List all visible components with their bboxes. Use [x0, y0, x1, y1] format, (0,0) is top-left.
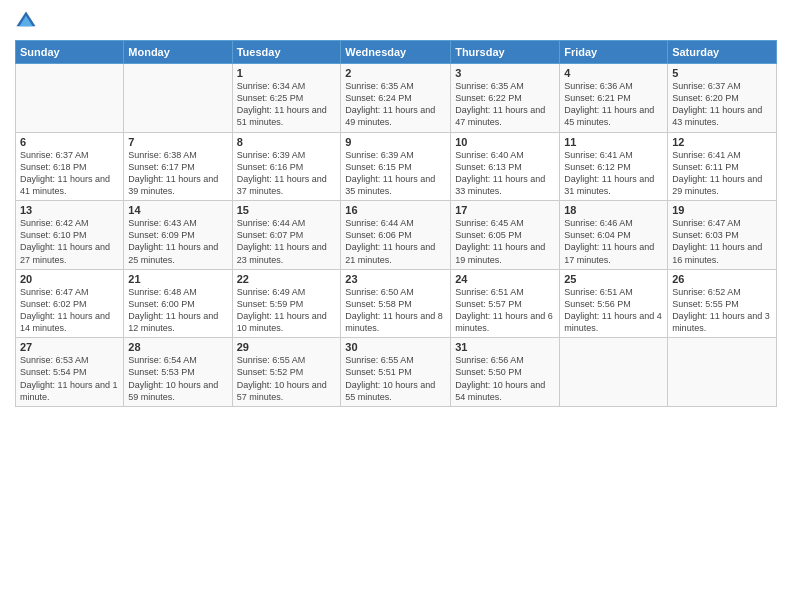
calendar-cell — [560, 338, 668, 407]
day-info: Sunrise: 6:39 AM Sunset: 6:16 PM Dayligh… — [237, 149, 337, 198]
calendar-cell: 6Sunrise: 6:37 AM Sunset: 6:18 PM Daylig… — [16, 132, 124, 201]
day-number: 30 — [345, 341, 446, 353]
day-info: Sunrise: 6:47 AM Sunset: 6:02 PM Dayligh… — [20, 286, 119, 335]
calendar-cell: 24Sunrise: 6:51 AM Sunset: 5:57 PM Dayli… — [451, 269, 560, 338]
day-header-saturday: Saturday — [668, 41, 777, 64]
day-info: Sunrise: 6:35 AM Sunset: 6:24 PM Dayligh… — [345, 80, 446, 129]
day-info: Sunrise: 6:35 AM Sunset: 6:22 PM Dayligh… — [455, 80, 555, 129]
calendar-cell: 30Sunrise: 6:55 AM Sunset: 5:51 PM Dayli… — [341, 338, 451, 407]
day-number: 28 — [128, 341, 227, 353]
calendar-week-5: 27Sunrise: 6:53 AM Sunset: 5:54 PM Dayli… — [16, 338, 777, 407]
calendar-cell: 25Sunrise: 6:51 AM Sunset: 5:56 PM Dayli… — [560, 269, 668, 338]
day-header-sunday: Sunday — [16, 41, 124, 64]
day-info: Sunrise: 6:34 AM Sunset: 6:25 PM Dayligh… — [237, 80, 337, 129]
calendar-cell: 15Sunrise: 6:44 AM Sunset: 6:07 PM Dayli… — [232, 201, 341, 270]
day-header-monday: Monday — [124, 41, 232, 64]
calendar: SundayMondayTuesdayWednesdayThursdayFrid… — [15, 40, 777, 407]
day-number: 10 — [455, 136, 555, 148]
day-info: Sunrise: 6:51 AM Sunset: 5:56 PM Dayligh… — [564, 286, 663, 335]
day-info: Sunrise: 6:41 AM Sunset: 6:11 PM Dayligh… — [672, 149, 772, 198]
calendar-cell: 19Sunrise: 6:47 AM Sunset: 6:03 PM Dayli… — [668, 201, 777, 270]
day-number: 29 — [237, 341, 337, 353]
day-number: 1 — [237, 67, 337, 79]
calendar-cell: 22Sunrise: 6:49 AM Sunset: 5:59 PM Dayli… — [232, 269, 341, 338]
day-info: Sunrise: 6:37 AM Sunset: 6:20 PM Dayligh… — [672, 80, 772, 129]
day-info: Sunrise: 6:49 AM Sunset: 5:59 PM Dayligh… — [237, 286, 337, 335]
day-info: Sunrise: 6:46 AM Sunset: 6:04 PM Dayligh… — [564, 217, 663, 266]
day-info: Sunrise: 6:51 AM Sunset: 5:57 PM Dayligh… — [455, 286, 555, 335]
calendar-week-1: 1Sunrise: 6:34 AM Sunset: 6:25 PM Daylig… — [16, 64, 777, 133]
calendar-cell: 28Sunrise: 6:54 AM Sunset: 5:53 PM Dayli… — [124, 338, 232, 407]
day-info: Sunrise: 6:43 AM Sunset: 6:09 PM Dayligh… — [128, 217, 227, 266]
day-number: 12 — [672, 136, 772, 148]
calendar-cell: 16Sunrise: 6:44 AM Sunset: 6:06 PM Dayli… — [341, 201, 451, 270]
day-info: Sunrise: 6:42 AM Sunset: 6:10 PM Dayligh… — [20, 217, 119, 266]
day-number: 3 — [455, 67, 555, 79]
day-number: 16 — [345, 204, 446, 216]
day-info: Sunrise: 6:54 AM Sunset: 5:53 PM Dayligh… — [128, 354, 227, 403]
calendar-cell: 8Sunrise: 6:39 AM Sunset: 6:16 PM Daylig… — [232, 132, 341, 201]
day-info: Sunrise: 6:45 AM Sunset: 6:05 PM Dayligh… — [455, 217, 555, 266]
day-info: Sunrise: 6:53 AM Sunset: 5:54 PM Dayligh… — [20, 354, 119, 403]
calendar-header-row: SundayMondayTuesdayWednesdayThursdayFrid… — [16, 41, 777, 64]
day-number: 22 — [237, 273, 337, 285]
calendar-cell: 29Sunrise: 6:55 AM Sunset: 5:52 PM Dayli… — [232, 338, 341, 407]
calendar-week-4: 20Sunrise: 6:47 AM Sunset: 6:02 PM Dayli… — [16, 269, 777, 338]
day-number: 5 — [672, 67, 772, 79]
calendar-week-2: 6Sunrise: 6:37 AM Sunset: 6:18 PM Daylig… — [16, 132, 777, 201]
calendar-cell — [124, 64, 232, 133]
day-number: 18 — [564, 204, 663, 216]
day-number: 17 — [455, 204, 555, 216]
calendar-cell: 2Sunrise: 6:35 AM Sunset: 6:24 PM Daylig… — [341, 64, 451, 133]
calendar-cell: 4Sunrise: 6:36 AM Sunset: 6:21 PM Daylig… — [560, 64, 668, 133]
day-number: 13 — [20, 204, 119, 216]
day-info: Sunrise: 6:39 AM Sunset: 6:15 PM Dayligh… — [345, 149, 446, 198]
calendar-cell: 7Sunrise: 6:38 AM Sunset: 6:17 PM Daylig… — [124, 132, 232, 201]
calendar-cell — [16, 64, 124, 133]
calendar-cell: 31Sunrise: 6:56 AM Sunset: 5:50 PM Dayli… — [451, 338, 560, 407]
day-info: Sunrise: 6:40 AM Sunset: 6:13 PM Dayligh… — [455, 149, 555, 198]
day-info: Sunrise: 6:56 AM Sunset: 5:50 PM Dayligh… — [455, 354, 555, 403]
calendar-cell: 13Sunrise: 6:42 AM Sunset: 6:10 PM Dayli… — [16, 201, 124, 270]
day-number: 14 — [128, 204, 227, 216]
day-number: 7 — [128, 136, 227, 148]
day-number: 31 — [455, 341, 555, 353]
day-number: 4 — [564, 67, 663, 79]
day-info: Sunrise: 6:38 AM Sunset: 6:17 PM Dayligh… — [128, 149, 227, 198]
day-info: Sunrise: 6:36 AM Sunset: 6:21 PM Dayligh… — [564, 80, 663, 129]
calendar-cell: 10Sunrise: 6:40 AM Sunset: 6:13 PM Dayli… — [451, 132, 560, 201]
day-number: 25 — [564, 273, 663, 285]
day-info: Sunrise: 6:44 AM Sunset: 6:07 PM Dayligh… — [237, 217, 337, 266]
day-info: Sunrise: 6:55 AM Sunset: 5:52 PM Dayligh… — [237, 354, 337, 403]
calendar-cell: 20Sunrise: 6:47 AM Sunset: 6:02 PM Dayli… — [16, 269, 124, 338]
day-number: 24 — [455, 273, 555, 285]
day-info: Sunrise: 6:55 AM Sunset: 5:51 PM Dayligh… — [345, 354, 446, 403]
day-info: Sunrise: 6:37 AM Sunset: 6:18 PM Dayligh… — [20, 149, 119, 198]
day-number: 15 — [237, 204, 337, 216]
calendar-cell: 21Sunrise: 6:48 AM Sunset: 6:00 PM Dayli… — [124, 269, 232, 338]
day-info: Sunrise: 6:41 AM Sunset: 6:12 PM Dayligh… — [564, 149, 663, 198]
day-number: 2 — [345, 67, 446, 79]
day-header-thursday: Thursday — [451, 41, 560, 64]
day-number: 26 — [672, 273, 772, 285]
calendar-cell: 11Sunrise: 6:41 AM Sunset: 6:12 PM Dayli… — [560, 132, 668, 201]
calendar-cell: 17Sunrise: 6:45 AM Sunset: 6:05 PM Dayli… — [451, 201, 560, 270]
day-header-tuesday: Tuesday — [232, 41, 341, 64]
day-number: 6 — [20, 136, 119, 148]
calendar-cell: 1Sunrise: 6:34 AM Sunset: 6:25 PM Daylig… — [232, 64, 341, 133]
calendar-cell: 27Sunrise: 6:53 AM Sunset: 5:54 PM Dayli… — [16, 338, 124, 407]
day-header-friday: Friday — [560, 41, 668, 64]
day-number: 8 — [237, 136, 337, 148]
day-info: Sunrise: 6:52 AM Sunset: 5:55 PM Dayligh… — [672, 286, 772, 335]
day-info: Sunrise: 6:44 AM Sunset: 6:06 PM Dayligh… — [345, 217, 446, 266]
calendar-cell: 23Sunrise: 6:50 AM Sunset: 5:58 PM Dayli… — [341, 269, 451, 338]
day-number: 27 — [20, 341, 119, 353]
logo — [15, 10, 39, 32]
day-number: 21 — [128, 273, 227, 285]
day-header-wednesday: Wednesday — [341, 41, 451, 64]
calendar-cell: 26Sunrise: 6:52 AM Sunset: 5:55 PM Dayli… — [668, 269, 777, 338]
calendar-cell: 3Sunrise: 6:35 AM Sunset: 6:22 PM Daylig… — [451, 64, 560, 133]
day-number: 23 — [345, 273, 446, 285]
day-info: Sunrise: 6:47 AM Sunset: 6:03 PM Dayligh… — [672, 217, 772, 266]
calendar-cell: 18Sunrise: 6:46 AM Sunset: 6:04 PM Dayli… — [560, 201, 668, 270]
